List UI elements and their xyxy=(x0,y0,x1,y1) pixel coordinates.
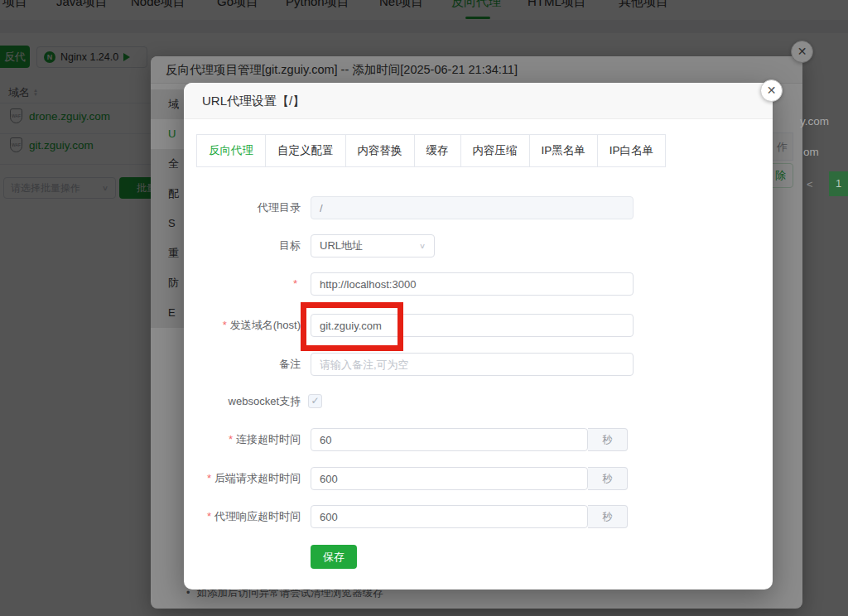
close-icon[interactable]: ✕ xyxy=(760,79,783,102)
dialog-title: URL代理设置【/】 xyxy=(184,83,773,119)
backend-timeout-label: *后端请求超时时间 xyxy=(184,467,301,490)
tab-ip-whitelist[interactable]: IP白名单 xyxy=(598,135,665,166)
url-proxy-settings-dialog: URL代理设置【/】 ✕ 反向代理 自定义配置 内容替换 缓存 内容压缩 IP黑… xyxy=(184,83,773,590)
target-url-input[interactable] xyxy=(311,272,634,296)
host-input[interactable] xyxy=(311,314,634,337)
proxy-timeout-input[interactable] xyxy=(311,505,588,528)
connect-timeout-label: *连接超时时间 xyxy=(184,428,301,451)
tab-reverse-proxy[interactable]: 反向代理 xyxy=(197,135,266,166)
save-button[interactable]: 保存 xyxy=(311,545,357,569)
pagination-page-1-button[interactable]: 1 xyxy=(829,171,848,196)
tab-custom-config[interactable]: 自定义配置 xyxy=(266,135,346,166)
target-label: 目标 xyxy=(184,234,301,257)
domain-tail-text: y.com xyxy=(800,115,829,128)
pagination-prev-icon[interactable]: < xyxy=(807,178,813,190)
target-select[interactable]: URL地址 ∨ xyxy=(311,234,435,257)
tab-cache[interactable]: 缓存 xyxy=(415,135,461,166)
settings-tabs: 反向代理 自定义配置 内容替换 缓存 内容压缩 IP黑名单 IP白名单 xyxy=(196,134,666,167)
tab-content-replace[interactable]: 内容替换 xyxy=(346,135,415,166)
seconds-unit-addon: 秒 xyxy=(588,505,628,528)
domain-tail-text: om xyxy=(803,146,819,158)
target-select-value: URL地址 xyxy=(320,238,363,253)
tab-compression[interactable]: 内容压缩 xyxy=(461,135,530,166)
proxy-timeout-label: *代理响应超时时间 xyxy=(184,505,301,528)
websocket-checkbox[interactable]: ✓ xyxy=(308,394,322,408)
seconds-unit-addon: 秒 xyxy=(588,428,628,451)
connect-timeout-input[interactable] xyxy=(311,428,588,451)
app-screen: 项目 Java项目 Node项目 Go项目 Python项目 Net项目 反向代… xyxy=(0,0,848,616)
remark-label: 备注 xyxy=(184,353,301,376)
proxy-dir-label: 代理目录 xyxy=(184,196,301,219)
remark-input[interactable] xyxy=(311,353,634,376)
tab-ip-blacklist[interactable]: IP黑名单 xyxy=(530,135,598,166)
proxy-dir-input[interactable] xyxy=(311,196,634,219)
websocket-label: websocket支持 xyxy=(184,390,301,413)
target-url-label: * xyxy=(184,272,301,296)
chevron-down-icon: ∨ xyxy=(419,242,426,250)
backend-timeout-input[interactable] xyxy=(311,467,588,490)
host-label: *发送域名(host) xyxy=(184,314,301,337)
seconds-unit-addon: 秒 xyxy=(588,467,628,490)
